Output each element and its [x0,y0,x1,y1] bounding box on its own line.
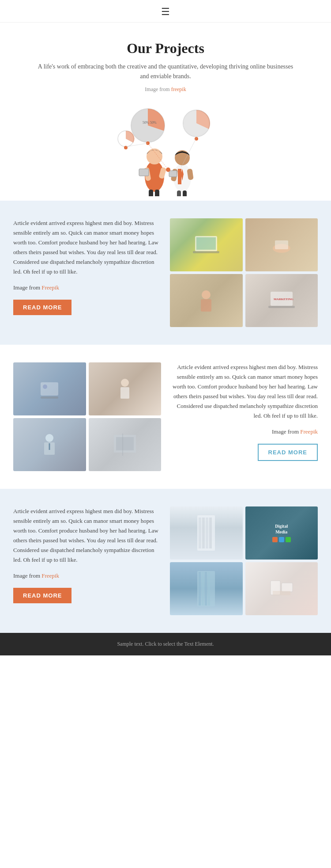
freepik-link[interactable]: freepik [171,86,186,92]
project-3-img-2: DigitalMedia [245,506,318,560]
svg-rect-50 [199,518,201,548]
project-1-images: MARKETING [170,218,318,327]
project-3-images: DigitalMedia [170,506,318,615]
svg-rect-34 [201,299,211,312]
svg-rect-55 [199,572,201,605]
svg-rect-42 [120,387,129,399]
project-2-img-4 [89,418,162,471]
svg-rect-51 [202,518,205,548]
project-3-image-from: Image from Freepik [13,571,161,581]
project-3-read-more[interactable]: READ MORE [13,588,71,603]
svg-line-26 [126,143,148,147]
svg-point-33 [202,290,211,299]
svg-point-43 [45,434,53,442]
project-1-img-4: MARKETING [245,274,318,327]
hero-illustration: 50% 50% [35,99,296,201]
svg-rect-16 [169,171,177,177]
svg-rect-57 [205,572,207,605]
svg-rect-29 [193,251,219,253]
hero-section: Our Projects A life's work of embracing … [0,23,331,201]
svg-rect-36 [268,306,295,308]
project-section-2: Article evident arrived express highest … [0,345,331,489]
svg-text:MARKETING: MARKETING [274,297,293,301]
project-2-text: Article evident arrived express highest … [170,362,318,461]
svg-rect-8 [139,169,149,176]
svg-rect-11 [155,190,159,196]
hero-subtitle: A life's work of embracing both the crea… [35,62,296,82]
project-1-body: Article evident arrived express highest … [13,218,161,277]
svg-rect-52 [206,518,208,548]
svg-rect-18 [177,190,181,196]
project-1-text: Article evident arrived express highest … [13,218,161,316]
project-1-image-from: Image from Freepik [13,283,161,293]
svg-rect-10 [149,190,153,196]
project-section-3: Article evident arrived express highest … [0,489,331,633]
project-1-read-more[interactable]: READ MORE [13,300,71,315]
footer: Sample text. Click to select the Text El… [0,633,331,655]
project-2-body: Article evident arrived express highest … [170,362,318,421]
svg-rect-32 [275,240,288,249]
project-2-img-3 [13,418,86,471]
freepik-link-2[interactable]: Freepik [300,428,318,435]
svg-rect-30 [196,237,216,250]
project-section-1: Article evident arrived express highest … [0,201,331,345]
header: ☰ [0,0,331,23]
project-3-text: Article evident arrived express highest … [13,506,161,604]
freepik-link-3[interactable]: Freepik [41,572,59,579]
svg-rect-40 [41,396,58,399]
project-1-img-1 [170,218,243,271]
project-2-image-from: Image from Freepik [170,427,318,437]
project-3-img-4 [245,562,318,615]
project-3-img-3 [170,562,243,615]
project-1-img-3 [170,274,243,327]
svg-rect-60 [282,583,293,592]
hamburger-icon[interactable]: ☰ [161,6,170,18]
project-3-body: Article evident arrived express highest … [13,506,161,565]
hero-image-from: Image from freepik [35,86,296,93]
project-block-3: Article evident arrived express highest … [13,506,318,615]
svg-rect-56 [202,572,204,605]
svg-rect-61 [273,591,290,595]
svg-rect-47 [116,437,134,450]
project-block-2: Article evident arrived express highest … [13,362,318,471]
svg-rect-58 [208,572,210,605]
project-2-read-more[interactable]: READ MORE [258,444,318,461]
svg-point-41 [121,379,129,387]
footer-text: Sample text. Click to select the Text El… [117,641,214,647]
svg-rect-13 [178,169,181,184]
project-3-img-1 [170,506,243,560]
svg-point-6 [147,148,162,164]
svg-rect-38 [41,382,58,396]
page-title: Our Projects [35,40,296,57]
svg-text:50%: 50% [150,121,157,125]
project-2-img-1 [13,362,86,415]
project-1-img-2 [245,218,318,271]
svg-rect-19 [183,190,187,196]
project-2-img-2 [89,362,162,415]
svg-rect-53 [209,518,212,548]
project-2-images [13,362,161,471]
freepik-link-1[interactable]: Freepik [41,284,59,291]
svg-point-39 [43,385,47,389]
project-block-1: Article evident arrived express highest … [13,218,318,327]
svg-text:50%: 50% [143,121,149,125]
